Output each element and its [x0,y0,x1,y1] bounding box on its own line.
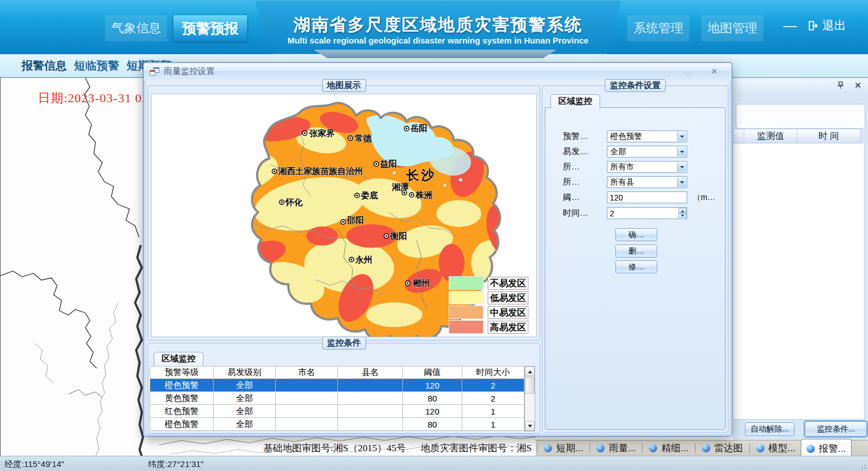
app-subtitle: Multi scale regional geological disaster… [257,36,619,45]
susceptibility-select[interactable]: 全部 [607,146,687,158]
city-label: 衡阳 [390,231,407,241]
dock-col-time[interactable]: 时 间 [797,129,861,143]
toolbar-tab-alarm[interactable]: 报警... [801,439,852,456]
tab-region-monitor-bottom[interactable]: 区域监控 [154,352,203,366]
globe-icon [756,444,765,452]
toolbar-tab-radar[interactable]: 雷达图 [697,441,748,456]
delete-button[interactable]: 删… [615,245,657,258]
condition-table: 预警等级 易发级别 市名 县名 阈值 时间大小 橙色预警全部1202 黄色预警全… [150,366,524,431]
city-label: 永州 [355,255,372,264]
table-row[interactable]: 橙色预警全部1202 [150,379,524,392]
toolbar-tab-label: 短期... [556,442,583,455]
spinner-up-icon[interactable] [678,208,687,213]
pushpin-icon[interactable] [837,81,844,89]
monitor-dock-panel: ✕ 监测值 时 间 自动解除... 监控条件... [733,77,868,440]
city-label: 所… [563,162,607,172]
table-row[interactable]: 橙色预警全部801 [150,418,524,431]
spinner-down-icon[interactable] [678,213,687,219]
table-row[interactable]: 黄色预警全部802 [150,392,524,405]
modify-button[interactable]: 修… [615,260,657,273]
chevron-down-icon[interactable] [677,147,686,156]
nav-tab-weather[interactable]: 气象信息 [105,15,167,41]
city-select[interactable]: 所有市 [607,161,687,173]
bottom-toolbar: 短期... 雨量... 精细... 雷达图 模型... 报警... [536,440,868,456]
resize-grip[interactable] [861,464,866,469]
subnav-nowcast-warning[interactable]: 短临预警 [74,54,119,77]
subnav-alarm-info[interactable]: 报警信息 [21,54,67,77]
susceptibility-value: 全部 [610,147,626,156]
nav-tab-system-label: 系统管理 [633,20,683,37]
chevron-down-icon[interactable] [677,177,686,187]
scroll-thumb[interactable] [525,377,535,394]
spinner-buttons [678,208,687,219]
col-county[interactable]: 县名 [338,367,403,379]
dialog-title: 雨量监控设置 [164,66,215,77]
col-threshold[interactable]: 阈值 [403,367,462,379]
legend-row: 中易发区 [449,305,528,320]
globe-icon [596,444,605,452]
globe-icon [649,444,657,452]
dock-panel-header: ✕ [733,78,868,93]
tab-region-monitor-settings[interactable]: 区域监控 [550,94,600,108]
dialog-titlebar[interactable]: 雨量监控设置 [144,63,731,80]
county-select[interactable]: 所有县 [607,176,687,188]
exit-label: 退出 [822,18,846,33]
confirm-button[interactable]: 确… [615,228,657,241]
monitor-condition-button[interactable]: 监控条件... [805,421,867,437]
nav-tab-warning-forecast[interactable]: 预警预报 [173,15,247,41]
auto-clear-button[interactable]: 自动解除... [745,422,795,436]
toolbar-tab-shortterm[interactable]: 短期... [539,441,588,456]
scroll-up-button[interactable] [525,367,535,376]
nav-tab-system[interactable]: 系统管理 [627,15,689,41]
exit-button[interactable]: 退出 [807,16,846,35]
col-susceptibility[interactable]: 易发级别 [214,367,276,379]
susceptibility-label: 易发… [563,146,607,157]
toolbar-tab-rainfall[interactable]: 雨量... [591,441,641,456]
dock-col-stub [733,129,744,143]
threshold-label: 阈… [563,192,607,203]
toolbar-separator [695,443,696,453]
hazard-map-canvas[interactable]: 张家界 常德 岳阳 益阳 湘西土家族苗族自治州 长沙 怀化 娄底 湘潭 株洲 邵… [151,94,537,337]
dock-close-icon[interactable]: ✕ [854,81,861,90]
nav-tab-mapmanage[interactable]: 地图管理 [701,15,763,41]
city-label: 怀化 [285,197,302,207]
city-label: 常德 [354,133,372,143]
col-city[interactable]: 市名 [276,367,338,379]
dialog-window-icon [150,67,159,76]
toolbar-separator [589,443,590,453]
toolbar-tab-fine[interactable]: 精细... [644,441,693,456]
rainfall-monitor-dialog: 雨量监控设置 _ ✕ 地图展示 [143,62,732,437]
dock-table-body [733,143,865,420]
top-banner: 气象信息 预警预报 湖南省多尺度区域地质灾害预警系统 Multi scale r… [0,0,868,54]
timespan-label: 时间… [563,208,607,219]
latitude-readout: 纬度:27°21'31" [148,459,203,470]
threshold-input[interactable] [607,191,687,203]
toolbar-tab-model[interactable]: 模型... [751,441,801,456]
toolbar-tab-label: 雨量... [609,442,636,455]
timespan-input[interactable] [607,207,687,219]
timespan-spinner[interactable] [607,207,687,219]
dialog-minimize-button[interactable]: _ [682,66,695,76]
warning-level-label: 预警… [563,131,607,142]
dock-col-monitor-value[interactable]: 监测值 [744,129,797,143]
exit-door-icon [807,20,819,32]
monitor-conditions-group: 监控条件 区域监控 预警等级 易发级别 市名 县名 阈值 时间大小 橙色预警全部… [147,343,540,434]
warning-level-select[interactable]: 橙色预警 [607,130,687,142]
legend-row: 高易发区 [449,320,528,334]
dock-filter-box [736,104,865,129]
window-minimize-button[interactable]: — [782,16,798,35]
city-label: 湘西土家族苗族自治州 [278,166,363,176]
chevron-down-icon[interactable] [677,162,686,172]
chevron-down-icon[interactable] [677,132,686,141]
scroll-down-button[interactable] [525,421,535,431]
toolbar-separator [749,443,750,453]
table-row[interactable]: 红色预警全部1201 [150,405,524,418]
legend-row: 低易发区 [449,290,528,305]
dialog-close-button[interactable]: ✕ [708,66,721,76]
city-label: 邵阳 [346,215,364,225]
form-row-susceptibility: 易发… 全部 [563,146,687,158]
city-label: 岳阳 [410,123,427,133]
col-time-size[interactable]: 时间大小 [462,367,524,379]
table-scrollbar[interactable] [524,366,535,431]
col-warning-level[interactable]: 预警等级 [150,367,214,379]
